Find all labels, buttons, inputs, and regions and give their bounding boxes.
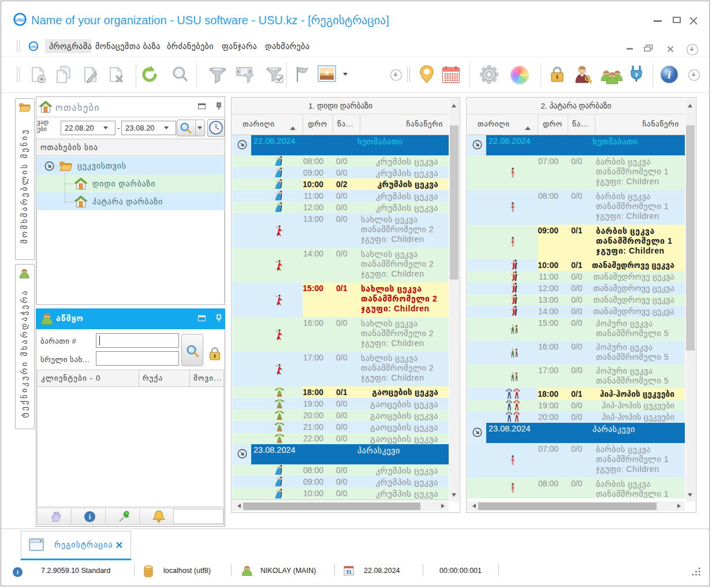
svg-text:i: i — [668, 68, 671, 81]
svg-text:USU: USU — [30, 44, 38, 49]
svg-text:31: 31 — [346, 569, 352, 575]
svg-text:USU: USU — [15, 17, 25, 23]
